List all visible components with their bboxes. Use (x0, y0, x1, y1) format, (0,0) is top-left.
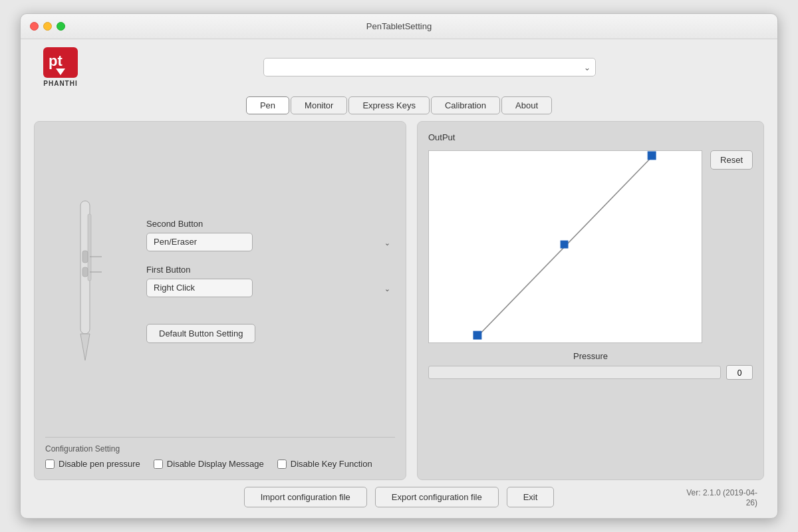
export-config-button[interactable]: Export configuration file (375, 487, 499, 507)
logo-box: pt (43, 47, 78, 78)
svg-rect-10 (473, 331, 481, 339)
first-button-select-wrapper: Right Click Left Click Middle Click Pen/… (146, 279, 395, 297)
second-button-select[interactable]: Pen/Eraser Right Click Middle Click Left… (146, 233, 253, 251)
svg-rect-12 (561, 241, 568, 248)
button-config-area: Second Button Pen/Eraser Right Click Mid… (133, 132, 395, 429)
checkboxes-area: Disable pen pressure Disable Display Mes… (45, 459, 395, 469)
pen-image-area (45, 132, 125, 429)
curve-canvas[interactable] (428, 150, 702, 343)
version-text: Ver: 2.1.0 (2019-04-26) (686, 488, 757, 507)
import-config-button[interactable]: Import configuration file (244, 487, 367, 507)
maximize-button[interactable] (57, 22, 65, 31)
main-area: Second Button Pen/Eraser Right Click Mid… (34, 121, 764, 480)
window-title: PenTabletSetting (366, 21, 432, 31)
pressure-section: Pressure 0 (428, 351, 753, 380)
disable-key-label: Disable Key Function (291, 459, 372, 469)
disable-key-input[interactable] (277, 460, 287, 469)
pressure-bar (428, 366, 721, 379)
second-button-group: Second Button Pen/Eraser Right Click Mid… (146, 219, 395, 251)
pen-illustration (68, 194, 102, 367)
tab-about[interactable]: About (501, 96, 552, 114)
svg-rect-3 (88, 214, 91, 281)
minimize-button[interactable] (43, 22, 52, 31)
svg-marker-4 (80, 334, 90, 360)
content-area: pt PHANTHI Pen Moni (21, 39, 777, 518)
svg-rect-11 (648, 152, 656, 160)
svg-marker-1 (56, 68, 65, 75)
configuration-title: Configuration Setting (45, 444, 395, 454)
exit-button[interactable]: Exit (507, 487, 555, 507)
device-select[interactable] (263, 58, 596, 76)
device-dropdown-area (95, 58, 764, 76)
logo-svg: pt (47, 49, 74, 76)
disable-pressure-input[interactable] (45, 460, 55, 469)
bottom-bar: Import configuration file Export configu… (34, 487, 764, 507)
default-button-setting-button[interactable]: Default Button Setting (146, 324, 255, 343)
reset-button[interactable]: Reset (710, 150, 753, 170)
tab-pen[interactable]: Pen (246, 96, 289, 114)
titlebar: PenTabletSetting (21, 14, 777, 39)
first-button-select[interactable]: Right Click Left Click Middle Click Pen/… (146, 279, 253, 297)
second-button-select-wrapper: Pen/Eraser Right Click Middle Click Left… (146, 233, 395, 251)
pressure-label: Pressure (428, 351, 753, 361)
output-label: OutPut (428, 132, 753, 142)
disable-pressure-label: Disable pen pressure (59, 459, 140, 469)
disable-display-input[interactable] (154, 460, 163, 469)
svg-text:pt: pt (49, 53, 63, 69)
top-bar: pt PHANTHI (34, 47, 764, 87)
svg-rect-6 (82, 267, 88, 277)
first-button-group: First Button Right Click Left Click Midd… (146, 265, 395, 297)
tab-bar: Pen Monitor Express Keys Calibration Abo… (34, 96, 764, 114)
disable-display-checkbox[interactable]: Disable Display Message (154, 459, 264, 469)
logo-brand-text: PHANTHI (43, 80, 77, 87)
main-window: PenTabletSetting pt (20, 13, 778, 519)
logo-area: pt PHANTHI (34, 47, 87, 87)
close-button[interactable] (30, 22, 39, 31)
traffic-lights (30, 22, 65, 31)
tab-calibration[interactable]: Calibration (431, 96, 500, 114)
svg-rect-5 (82, 251, 88, 263)
disable-pressure-checkbox[interactable]: Disable pen pressure (45, 459, 140, 469)
tab-express-keys[interactable]: Express Keys (348, 96, 429, 114)
pressure-curve-svg (429, 151, 702, 342)
disable-key-checkbox[interactable]: Disable Key Function (277, 459, 372, 469)
right-panel: OutPut (417, 121, 764, 480)
second-button-label: Second Button (146, 219, 395, 229)
output-area: Reset (428, 150, 753, 343)
tab-monitor[interactable]: Monitor (291, 96, 347, 114)
disable-display-label: Disable Display Message (167, 459, 264, 469)
pressure-row: 0 (428, 365, 753, 380)
logo-pt: pt (47, 49, 74, 76)
configuration-section: Configuration Setting Disable pen pressu… (45, 437, 395, 469)
bottom-buttons: Import configuration file Export configu… (120, 487, 678, 507)
device-select-wrapper (263, 58, 596, 76)
first-button-label: First Button (146, 265, 395, 275)
left-panel: Second Button Pen/Eraser Right Click Mid… (34, 121, 406, 480)
pen-config-area: Second Button Pen/Eraser Right Click Mid… (45, 132, 395, 429)
pressure-value: 0 (726, 365, 753, 380)
